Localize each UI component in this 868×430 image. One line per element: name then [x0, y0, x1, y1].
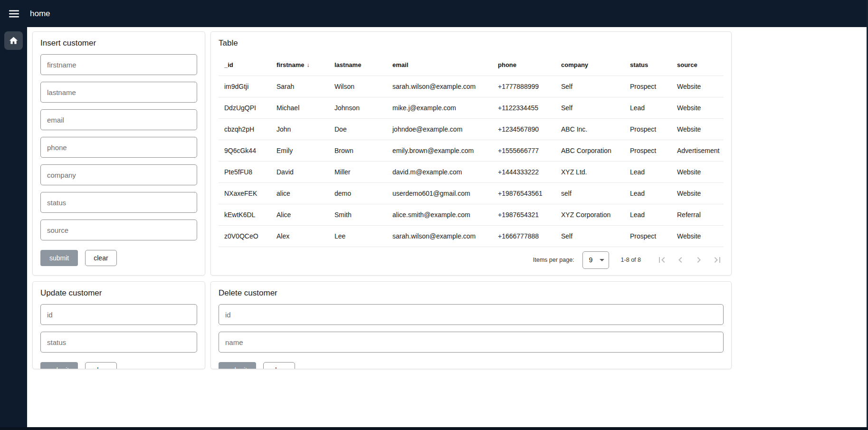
table-cell: Lead	[624, 161, 671, 182]
source-input[interactable]	[40, 220, 197, 240]
table-cell: Prospect	[624, 140, 671, 161]
menu-button[interactable]	[4, 4, 23, 23]
table-cell: ABC Inc.	[555, 118, 624, 140]
table-cell: Website	[671, 97, 724, 118]
table-body: im9dGtjiSarahWilsonsarah.wilson@example.…	[219, 76, 724, 247]
table-cell: mike.j@example.com	[387, 97, 492, 118]
delete-name-input[interactable]	[219, 332, 724, 353]
table-cell: Alice	[271, 204, 329, 225]
column-header-firstname[interactable]: firstname↓	[271, 54, 329, 76]
chevron-right-icon	[693, 254, 705, 266]
page-size-select[interactable]: 9	[582, 251, 609, 269]
table-cell: Miller	[329, 161, 387, 182]
lastname-input[interactable]	[40, 82, 197, 103]
table-cell: Alex	[271, 225, 329, 247]
paginator: Items per page: 9 1-8 of 8	[533, 250, 726, 269]
update-id-input[interactable]	[40, 304, 197, 325]
table-cell: Self	[555, 97, 624, 118]
delete-id-input[interactable]	[219, 304, 724, 325]
table-cell: XYZ Corporation	[555, 204, 624, 225]
company-input[interactable]	[40, 164, 197, 185]
table-cell: johndoe@example.com	[387, 118, 492, 140]
column-label: source	[677, 61, 697, 68]
insert-button-row: submit clear	[40, 250, 197, 266]
column-label: status	[630, 61, 648, 68]
table-cell: Lead	[624, 182, 671, 204]
page-range-label: 1-8 of 8	[621, 257, 641, 263]
delete-submit-button[interactable]: submit	[219, 362, 256, 369]
insert-clear-button[interactable]: clear	[85, 250, 116, 266]
table-cell: Website	[671, 76, 724, 97]
hamburger-icon	[9, 10, 19, 18]
insert-card-title: Insert customer	[40, 38, 197, 48]
table-row: kEwtK6DLAliceSmithalice.smith@example.co…	[219, 204, 724, 225]
window-bottom-edge	[0, 427, 868, 430]
delete-clear-button[interactable]: clear	[263, 362, 295, 369]
column-header-source[interactable]: source	[671, 54, 724, 76]
column-header-company[interactable]: company	[555, 54, 624, 76]
table-cell: Website	[671, 161, 724, 182]
table-cell: Wilson	[329, 76, 387, 97]
insert-submit-button[interactable]: submit	[40, 250, 78, 266]
table-cell: Referral	[671, 204, 724, 225]
table-cell: Prospect	[624, 118, 671, 140]
table-cell: Smith	[329, 204, 387, 225]
column-label: _id	[224, 61, 233, 68]
table-cell: XYZ Ltd.	[555, 161, 624, 182]
table-cell: david.m@example.com	[387, 161, 492, 182]
column-header-phone[interactable]: phone	[492, 54, 555, 76]
table-cell: Johnson	[329, 97, 387, 118]
email-input[interactable]	[40, 109, 197, 130]
table-cell: Prospect	[624, 76, 671, 97]
firstname-input[interactable]	[40, 54, 197, 75]
table-card: Table _id firstname↓ lastname email phon…	[210, 31, 732, 276]
table-row: NXaxeFEKalicedemouserdemo601@gmail.com+1…	[219, 182, 724, 204]
table-cell: Self	[555, 225, 624, 247]
table-cell: Lee	[329, 225, 387, 247]
table-cell: +1444333222	[492, 161, 555, 182]
first-page-icon	[656, 254, 668, 266]
next-page-button[interactable]	[689, 251, 708, 269]
update-submit-button[interactable]: submit	[40, 362, 78, 369]
table-row: DdzUgQPIMichaelJohnsonmike.j@example.com…	[219, 97, 724, 118]
column-header-status[interactable]: status	[624, 54, 671, 76]
column-label: email	[392, 61, 408, 68]
table-cell: userdemo601@gmail.com	[387, 182, 492, 204]
home-icon	[9, 36, 19, 46]
last-page-button[interactable]	[708, 251, 726, 269]
table-cell: Sarah	[271, 76, 329, 97]
status-input[interactable]	[40, 192, 197, 213]
update-button-row: submit clear	[40, 362, 197, 369]
insert-customer-card: Insert customer submit clear	[32, 31, 205, 276]
table-cell: self	[555, 182, 624, 204]
previous-page-button[interactable]	[671, 251, 689, 269]
table-cell: +1234567890	[492, 118, 555, 140]
delete-button-row: submit clear	[219, 362, 724, 369]
update-status-input[interactable]	[40, 332, 197, 353]
column-label: phone	[498, 61, 516, 68]
page-title: home	[30, 9, 50, 19]
table-cell: Pte5fFU8	[219, 161, 271, 182]
table-cell: +1122334455	[492, 97, 555, 118]
update-clear-button[interactable]: clear	[85, 362, 116, 369]
column-header-lastname[interactable]: lastname	[329, 54, 387, 76]
sidebar-home-button[interactable]	[4, 31, 23, 50]
table-cell: kEwtK6DL	[219, 204, 271, 225]
table-cell: Lead	[624, 97, 671, 118]
table-cell: sarah.wilson@example.com	[387, 225, 492, 247]
phone-input[interactable]	[40, 137, 197, 158]
table-cell: Prospect	[624, 225, 671, 247]
table-cell: Advertisement	[671, 140, 724, 161]
table-cell: John	[271, 118, 329, 140]
column-header-email[interactable]: email	[387, 54, 492, 76]
update-card-title: Update customer	[40, 288, 197, 298]
table-cell: Self	[555, 76, 624, 97]
table-card-title: Table	[219, 38, 724, 48]
column-header-id[interactable]: _id	[219, 54, 271, 76]
update-customer-card: Update customer submit clear	[32, 281, 205, 369]
table-cell: +1666777888	[492, 225, 555, 247]
chevron-left-icon	[675, 254, 686, 266]
table-cell: alice	[271, 182, 329, 204]
table-cell: Website	[671, 118, 724, 140]
first-page-button[interactable]	[652, 251, 671, 269]
